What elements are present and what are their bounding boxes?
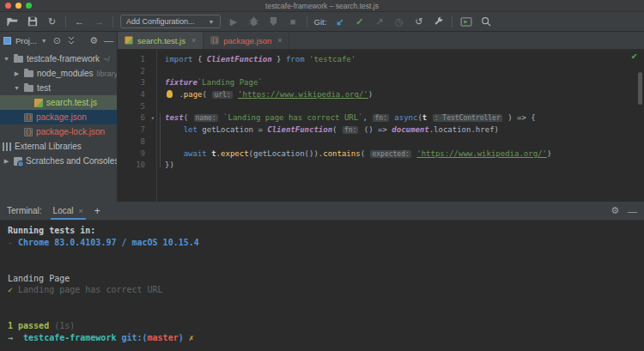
terminal-line xyxy=(8,308,636,320)
search-everywhere-icon[interactable] xyxy=(479,15,492,28)
hide-panel-icon[interactable]: — xyxy=(104,36,113,45)
back-icon[interactable]: ← xyxy=(73,15,86,28)
line-number[interactable]: 7 xyxy=(118,124,145,136)
editor-tab-package-json[interactable]: package.json× xyxy=(204,32,289,49)
code-token: page xyxy=(184,90,203,99)
line-number[interactable]: 3 xyxy=(118,77,145,89)
line-number[interactable]: 2 xyxy=(118,66,145,78)
code-line[interactable] xyxy=(165,66,644,78)
locate-file-icon[interactable]: ⊙ xyxy=(53,36,61,45)
code-area[interactable]: import { ClientFunction } from 'testcafe… xyxy=(157,50,644,202)
line-number[interactable]: 1 xyxy=(118,54,145,66)
debug-icon[interactable] xyxy=(247,15,260,28)
close-icon[interactable]: × xyxy=(78,207,82,215)
code-line[interactable]: import { ClientFunction } from 'testcafe… xyxy=(165,54,644,66)
expand-arrow-icon[interactable]: ▶ xyxy=(13,70,21,77)
line-number[interactable]: 9 xyxy=(118,148,145,160)
code-token: ( xyxy=(203,90,212,99)
chevron-down-icon: ▼ xyxy=(209,19,215,25)
code-line[interactable]: }) xyxy=(165,160,644,172)
open-folder-icon[interactable] xyxy=(6,15,19,28)
inspections-ok-icon[interactable]: ✔ xyxy=(631,51,637,63)
line-number[interactable]: 5 xyxy=(118,101,145,113)
code-token: `Landing page has correct URL` xyxy=(223,113,363,122)
code-line[interactable]: let getLocation = ClientFunction( fn: ()… xyxy=(165,124,644,136)
folder-icon xyxy=(24,70,33,77)
gear-icon[interactable]: ⚙ xyxy=(611,205,619,216)
code-line[interactable]: fixture`Landing Page` xyxy=(165,77,644,89)
git-update-project-icon[interactable]: ↙ xyxy=(333,15,346,28)
history-icon[interactable]: ◷ xyxy=(392,15,405,28)
collapse-arrow-icon[interactable]: ▼ xyxy=(13,85,21,91)
git-commit-icon[interactable]: ✓ xyxy=(353,15,366,28)
code-token: ( xyxy=(332,125,342,134)
terminal-token: Chrome 83.0.4103.97 / macOS 10.15.4 xyxy=(18,238,199,247)
editor-scrollbar[interactable] xyxy=(638,72,642,105)
new-terminal-tab-button[interactable]: + xyxy=(94,205,100,217)
code-token: ( xyxy=(184,113,193,122)
line-number[interactable]: 6▾ xyxy=(118,112,145,124)
tree-item-external-libraries[interactable]: External Libraries xyxy=(0,139,117,154)
forward-icon[interactable]: → xyxy=(93,15,106,28)
code-token: { xyxy=(193,55,207,64)
close-tab-icon[interactable]: × xyxy=(277,36,282,45)
code-line[interactable]: await t.expect(getLocation()).contains( … xyxy=(165,148,644,160)
tree-item-label: test xyxy=(37,83,51,93)
code-line[interactable]: .page( url: 'https://www.wikipedia.org/'… xyxy=(165,89,644,101)
editor-tab-search-test-js[interactable]: search.test.js× xyxy=(118,32,204,49)
tab-label: search.test.js xyxy=(137,36,185,45)
ide-window: testcafe-framework – search.test.js ↻ ← … xyxy=(0,0,644,351)
git-push-icon[interactable]: ↗ xyxy=(373,15,386,28)
tree-item-search-test-js[interactable]: search.test.js xyxy=(0,95,117,110)
stop-icon[interactable]: ■ xyxy=(287,15,300,28)
fold-arrow-icon[interactable]: ▾ xyxy=(151,113,155,125)
code-token: fixture xyxy=(165,78,197,87)
intention-bulb-icon xyxy=(167,90,173,98)
synchronize-icon[interactable]: ↻ xyxy=(46,15,58,28)
line-number[interactable]: 4 xyxy=(118,89,145,101)
terminal-tab-local[interactable]: Local × xyxy=(51,202,86,220)
code-token: let xyxy=(184,125,197,134)
run-configuration-selector[interactable]: Add Configuration... ▼ xyxy=(120,15,221,28)
tree-item-suffix: library xyxy=(97,70,117,78)
collapse-all-icon[interactable] xyxy=(67,36,76,46)
js-test-icon xyxy=(34,99,43,107)
terminal-token: - xyxy=(8,238,18,247)
save-all-icon[interactable] xyxy=(26,15,39,28)
chevron-down-icon[interactable]: ▼ xyxy=(41,38,47,44)
code-line[interactable] xyxy=(165,136,644,148)
tree-item-test[interactable]: ▼test xyxy=(0,81,117,95)
code-token: .location.href) xyxy=(429,125,499,134)
tree-item-scratches-and-consoles[interactable]: ▶Scratches and Consoles xyxy=(0,154,117,168)
tree-item-package-lock-json[interactable]: package-lock.json xyxy=(0,124,117,139)
line-number[interactable]: 8 xyxy=(118,136,145,148)
terminal-line: Running tests in: xyxy=(8,225,636,237)
scratches-icon xyxy=(14,157,22,166)
libraries-icon xyxy=(3,142,11,151)
tree-item-label: search.test.js xyxy=(46,98,97,107)
hide-terminal-icon[interactable]: — xyxy=(628,206,637,216)
code-token: expect xyxy=(221,149,249,158)
run-icon[interactable]: ▶ xyxy=(228,15,240,28)
tree-item-package-json[interactable]: package.json xyxy=(0,110,117,124)
project-view-selector[interactable]: Proj... xyxy=(15,36,37,45)
terminal-output[interactable]: Running tests in:- Chrome 83.0.4103.97 /… xyxy=(0,221,644,351)
tree-item-testcafe-framework[interactable]: ▼testcafe-framework ~/ xyxy=(0,51,117,66)
terminal-line xyxy=(8,261,636,273)
tree-item-node-modules[interactable]: ▶node_modules library xyxy=(0,66,117,81)
editor-body[interactable]: 123456▾78910 import { ClientFunction } f… xyxy=(118,50,644,202)
rollback-icon[interactable]: ↺ xyxy=(412,15,425,28)
close-tab-icon[interactable]: × xyxy=(191,36,196,45)
gear-icon[interactable]: ⚙ xyxy=(89,36,98,45)
code-token: ClientFunction xyxy=(267,125,332,134)
code-token xyxy=(165,125,184,134)
run-anything-icon[interactable] xyxy=(459,15,472,28)
tree-item-label: node_modules xyxy=(37,69,94,78)
settings-wrench-icon[interactable] xyxy=(432,15,445,28)
expand-arrow-icon[interactable]: ▶ xyxy=(3,158,10,165)
run-with-coverage-icon[interactable] xyxy=(267,15,280,28)
line-number[interactable]: 10 xyxy=(118,160,145,172)
code-line[interactable] xyxy=(165,101,644,113)
collapse-arrow-icon[interactable]: ▼ xyxy=(3,56,10,62)
code-line[interactable]: test( name: `Landing page has correct UR… xyxy=(165,112,644,124)
